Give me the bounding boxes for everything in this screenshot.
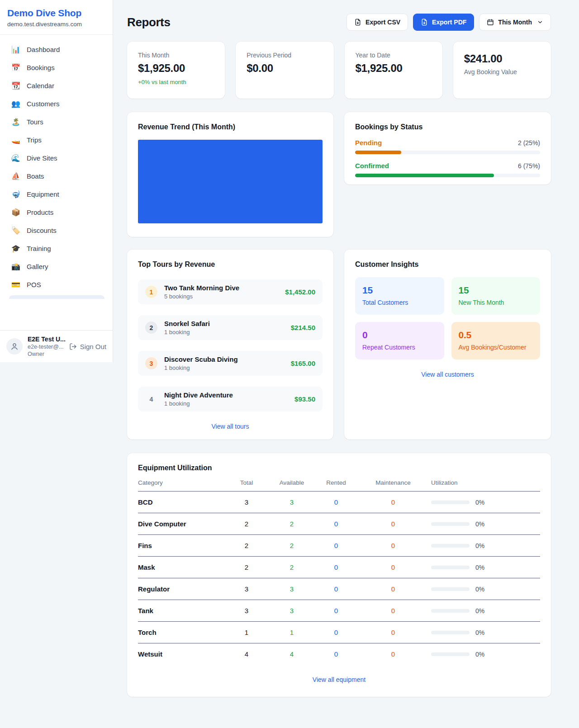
- tour-revenue: $1,452.00: [285, 288, 315, 296]
- view-all-equipment-link[interactable]: View all equipment: [138, 676, 540, 683]
- equipment-maintenance: 0: [358, 650, 428, 658]
- page: Demo Dive Shop demo.test.divestreams.com…: [0, 0, 579, 697]
- sidebar-item-bookings[interactable]: 📅 Bookings: [5, 59, 107, 77]
- sidebar-item-training[interactable]: 🎓 Training: [5, 240, 107, 258]
- rank-badge: 4: [145, 393, 157, 405]
- period-label: This Month: [498, 19, 532, 26]
- sidebar-item-label: Products: [27, 208, 53, 217]
- equipment-rented: 0: [314, 607, 358, 615]
- export-csv-label: Export CSV: [365, 19, 400, 26]
- utilization-label: 0%: [475, 607, 484, 615]
- stats-row: This Month $1,925.00 +0% vs last month P…: [127, 42, 551, 99]
- user-name: E2E Test U...: [28, 336, 64, 343]
- status-bar-track: [355, 151, 540, 154]
- table-row: BCD 3 3 0 0 0%: [138, 492, 540, 513]
- export-csv-button[interactable]: Export CSV: [346, 14, 408, 31]
- equipment-utilization-cell: 0%: [428, 499, 540, 506]
- revenue-trend-chart: [138, 140, 323, 223]
- col-available: Available: [269, 479, 314, 486]
- sidebar-item-label: POS: [27, 280, 41, 289]
- rank-badge: 1: [145, 286, 157, 298]
- table-row: Dive Computer 2 2 0 0 0%: [138, 513, 540, 535]
- sidebar-item-label: Dashboard: [27, 45, 60, 54]
- status-count: 6 (75%): [518, 162, 540, 170]
- equipment-rented: 0: [314, 650, 358, 658]
- stat-label: This Month: [138, 52, 214, 59]
- user-role: Owner: [28, 351, 64, 357]
- tour-row[interactable]: 3 Discover Scuba Diving 1 booking $165.0…: [138, 351, 323, 376]
- tile-total-customers: 15 Total Customers: [355, 277, 444, 315]
- sidebar-item-boats[interactable]: ⛵ Boats: [5, 167, 107, 185]
- stat-label: Previous Period: [247, 52, 323, 59]
- person-icon: [10, 342, 19, 350]
- sign-out-button[interactable]: Sign Out: [69, 343, 106, 350]
- sidebar-item-gallery[interactable]: 📸 Gallery: [5, 258, 107, 276]
- user-meta: E2E Test U... e2e-tester@... Owner: [28, 336, 64, 357]
- sidebar-item-pos[interactable]: 💳 POS: [5, 276, 107, 294]
- utilization-bar-track: [431, 566, 470, 569]
- period-select[interactable]: This Month: [479, 14, 551, 31]
- calendar-date-icon: 📅: [11, 63, 21, 72]
- sidebar-item-products[interactable]: 📦 Products: [5, 203, 107, 222]
- equipment-utilization-cell: 0%: [428, 542, 540, 549]
- tour-bookings: 5 bookings: [164, 293, 278, 300]
- insight-tiles: 15 Total Customers 15 New This Month 0 R…: [355, 277, 540, 359]
- page-title: Reports: [127, 15, 170, 29]
- shop-domain: demo.test.divestreams.com: [7, 21, 105, 28]
- sidebar-item-tours[interactable]: 🏝️ Tours: [5, 113, 107, 131]
- equipment-maintenance: 0: [358, 520, 428, 528]
- tour-name: Night Dive Adventure: [164, 391, 288, 399]
- sidebar-item-customers[interactable]: 👥 Customers: [5, 95, 107, 113]
- status-row-confirmed: Confirmed 6 (75%): [355, 162, 540, 177]
- tour-row[interactable]: 4 Night Dive Adventure 1 booking $93.50: [138, 387, 323, 411]
- tile-value: 15: [362, 285, 437, 296]
- sidebar-item-label: Discounts: [27, 226, 57, 235]
- sidebar-item-calendar[interactable]: 📆 Calendar: [5, 77, 107, 95]
- user-email: e2e-tester@...: [28, 344, 64, 350]
- equipment-rented: 0: [314, 498, 358, 506]
- main-content: Reports Export CSV Export PDF This Month: [113, 0, 551, 697]
- equipment-category: BCD: [138, 498, 224, 506]
- tour-revenue: $214.50: [291, 324, 315, 331]
- sidebar-item-label: Bookings: [27, 63, 55, 72]
- view-all-tours-link[interactable]: View all tours: [138, 423, 323, 430]
- package-icon: 📦: [11, 208, 21, 217]
- stat-delta: +0% vs last month: [138, 79, 214, 85]
- equipment-rented: 0: [314, 629, 358, 636]
- equipment-available: 2: [269, 520, 314, 528]
- page-header: Reports Export CSV Export PDF This Month: [127, 14, 551, 31]
- col-total: Total: [224, 479, 269, 486]
- tile-avg-bookings-customer: 0.5 Avg Bookings/Customer: [451, 322, 541, 359]
- tour-bookings: 1 booking: [164, 364, 284, 371]
- revenue-trend-title: Revenue Trend (This Month): [138, 123, 323, 131]
- equipment-category: Regulator: [138, 585, 224, 593]
- sidebar-item-reports-partial[interactable]: [9, 295, 104, 299]
- export-pdf-button[interactable]: Export PDF: [413, 14, 474, 31]
- equipment-table-header: Category Total Available Rented Maintena…: [138, 472, 540, 492]
- status-row-pending: Pending 2 (25%): [355, 139, 540, 154]
- sidebar-item-discounts[interactable]: 🏷️ Discounts: [5, 222, 107, 240]
- col-utilization: Utilization: [428, 479, 540, 486]
- sidebar-nav: 📊 Dashboard 📅 Bookings 📆 Calendar 👥 Cust…: [0, 35, 113, 330]
- equipment-available: 2: [269, 563, 314, 571]
- sidebar-item-equipment[interactable]: 🤿 Equipment: [5, 185, 107, 203]
- view-all-customers-link[interactable]: View all customers: [355, 371, 540, 378]
- status-bar-track: [355, 174, 540, 177]
- equipment-total: 3: [224, 585, 269, 593]
- stat-label: Year to Date: [356, 52, 432, 59]
- tile-repeat-customers: 0 Repeat Customers: [355, 322, 444, 359]
- sidebar-item-dive-sites[interactable]: 🌊 Dive Sites: [5, 149, 107, 167]
- tour-row[interactable]: 2 Snorkel Safari 1 booking $214.50: [138, 315, 323, 340]
- utilization-label: 0%: [475, 651, 484, 658]
- log-out-icon: [69, 343, 77, 350]
- status-label: Pending: [355, 139, 382, 147]
- speedboat-icon: 🚤: [11, 136, 21, 145]
- calendar-icon: [487, 19, 494, 26]
- sidebar-item-dashboard[interactable]: 📊 Dashboard: [5, 41, 107, 59]
- equipment-total: 3: [224, 498, 269, 506]
- equipment-maintenance: 0: [358, 629, 428, 636]
- equipment-maintenance: 0: [358, 607, 428, 615]
- tour-row[interactable]: 1 Two Tank Morning Dive 5 bookings $1,45…: [138, 279, 323, 304]
- status-count: 2 (25%): [518, 139, 540, 147]
- sidebar-item-trips[interactable]: 🚤 Trips: [5, 131, 107, 149]
